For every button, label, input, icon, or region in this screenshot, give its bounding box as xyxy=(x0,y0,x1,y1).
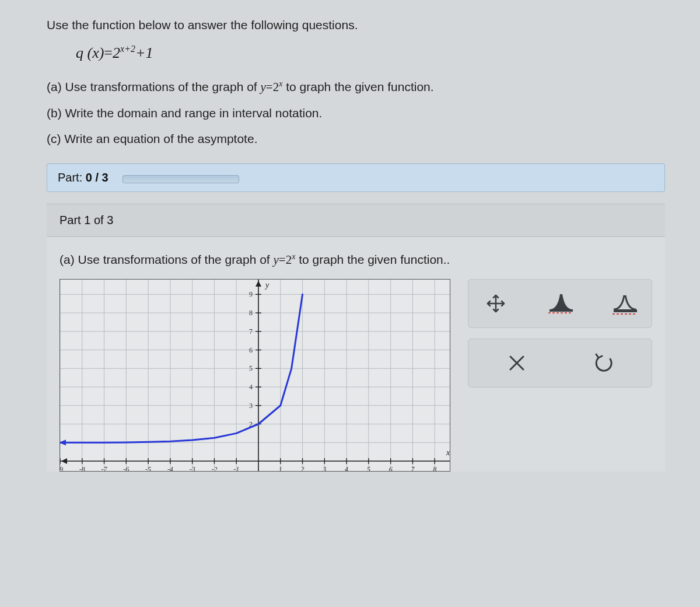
svg-text:4: 4 xyxy=(249,383,253,391)
progress-label: Part: 0 / 3 xyxy=(58,171,108,184)
eq-lhs: q (x) xyxy=(76,44,104,61)
part-a-text: (a) Use transformations of the graph of xyxy=(47,80,261,93)
svg-text:2: 2 xyxy=(301,465,304,472)
progress-bar: Part: 0 / 3 xyxy=(47,163,665,192)
svg-text:-3: -3 xyxy=(190,465,195,472)
svg-text:8: 8 xyxy=(433,465,436,472)
tool-row-1 xyxy=(468,279,652,328)
svg-text:-2: -2 xyxy=(211,465,217,472)
undo-icon xyxy=(593,352,615,374)
part-header: Part 1 of 3 xyxy=(47,204,665,237)
svg-text:6: 6 xyxy=(389,465,393,472)
svg-text:-8: -8 xyxy=(79,465,85,472)
sub-question-c: (c) Write an equation of the asymptote. xyxy=(47,132,665,146)
pb-base: 2 xyxy=(286,253,292,267)
part-a-base: 2 xyxy=(273,80,279,94)
graph-canvas[interactable]: -9-8-7-6-5-4-3-2-112345678923456789yx xyxy=(60,279,450,472)
curve-dashed-icon xyxy=(611,292,637,315)
move-icon xyxy=(484,292,508,315)
svg-text:3: 3 xyxy=(322,465,326,472)
svg-text:-1: -1 xyxy=(233,465,239,472)
clear-button[interactable] xyxy=(502,348,531,378)
svg-text:5: 5 xyxy=(367,465,370,472)
svg-text:x: x xyxy=(446,448,450,457)
question-intro: Use the function below to answer the fol… xyxy=(47,16,665,33)
part-a-eq: = xyxy=(266,80,273,94)
svg-text:-6: -6 xyxy=(123,465,129,472)
eq-equals: = xyxy=(104,44,113,61)
svg-text:7: 7 xyxy=(411,465,415,472)
svg-text:y: y xyxy=(264,281,270,289)
progress-track xyxy=(123,175,239,183)
svg-text:1: 1 xyxy=(279,465,282,472)
svg-marker-34 xyxy=(256,281,261,287)
sub-question-a: (a) Use transformations of the graph of … xyxy=(47,79,665,95)
svg-text:-4: -4 xyxy=(167,465,173,472)
svg-text:-7: -7 xyxy=(102,465,108,472)
function-equation: q (x)=2x+2+1 xyxy=(76,44,665,62)
svg-rect-93 xyxy=(614,309,637,312)
progress-prefix: Part: xyxy=(58,171,86,184)
tool-row-2 xyxy=(468,339,652,388)
sub-question-b: (b) Write the domain and range in interv… xyxy=(47,106,665,120)
svg-text:4: 4 xyxy=(345,465,348,472)
part-a-y: y xyxy=(261,80,266,94)
svg-marker-33 xyxy=(61,458,67,464)
close-icon xyxy=(507,353,527,373)
undo-button[interactable] xyxy=(589,348,618,378)
curve-dashed-tool-button[interactable] xyxy=(610,289,639,318)
eq-exponent: x+2 xyxy=(120,44,135,54)
svg-text:-5: -5 xyxy=(145,465,151,472)
svg-text:6: 6 xyxy=(249,346,253,354)
chart-svg[interactable]: -9-8-7-6-5-4-3-2-112345678923456789yx xyxy=(60,280,450,472)
svg-marker-32 xyxy=(450,458,450,464)
svg-text:-9: -9 xyxy=(60,465,63,472)
svg-marker-89 xyxy=(60,439,66,445)
curve-fill-tool-button[interactable] xyxy=(545,289,575,318)
curve-fill-icon xyxy=(547,292,573,315)
tool-palette xyxy=(468,279,652,388)
eq-base: 2 xyxy=(113,44,120,61)
progress-value: 0 / 3 xyxy=(86,171,108,184)
part-body-line: (a) Use transformations of the graph of … xyxy=(60,252,652,267)
svg-text:5: 5 xyxy=(249,364,253,372)
part-body: (a) Use transformations of the graph of … xyxy=(47,237,665,472)
svg-text:3: 3 xyxy=(249,402,253,410)
eq-tail: +1 xyxy=(135,44,153,61)
svg-text:7: 7 xyxy=(249,327,253,336)
svg-text:8: 8 xyxy=(249,309,253,317)
pb-tail: to graph the given function.. xyxy=(295,253,450,266)
part-a-tail: to graph the given function. xyxy=(282,80,433,93)
pb-eq: = xyxy=(279,253,286,267)
move-tool-button[interactable] xyxy=(481,289,510,318)
pb-text: (a) Use transformations of the graph of xyxy=(60,253,274,266)
svg-text:9: 9 xyxy=(249,290,253,298)
pb-y: y xyxy=(274,253,279,267)
